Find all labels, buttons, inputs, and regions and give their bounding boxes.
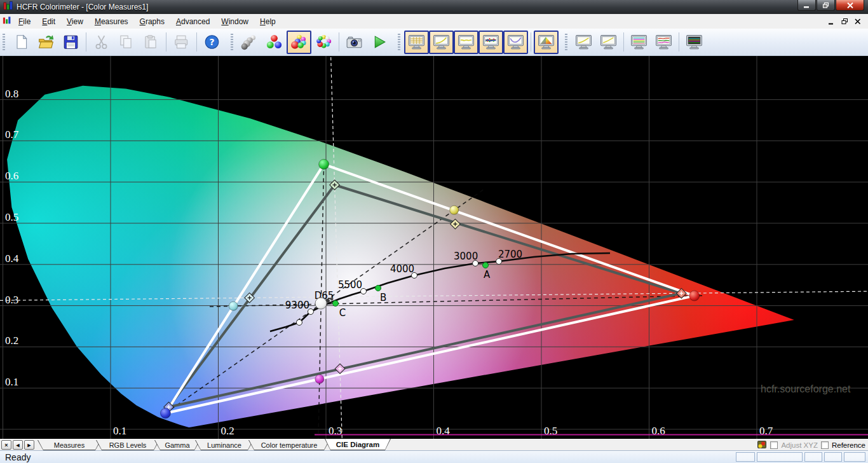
mdi-close-button[interactable] bbox=[854, 18, 862, 25]
luminance-curve-monitor-icon bbox=[507, 34, 524, 50]
run-measures-button[interactable] bbox=[367, 31, 391, 54]
menu-measures[interactable]: Measures bbox=[89, 15, 134, 28]
print-button[interactable] bbox=[169, 31, 194, 54]
svg-text:0.2: 0.2 bbox=[221, 425, 234, 437]
toolbar-separator bbox=[339, 32, 339, 52]
color-temperature-view-button[interactable] bbox=[651, 31, 676, 54]
gamma-curve-monitor-icon bbox=[433, 34, 450, 50]
copy-button[interactable] bbox=[114, 31, 139, 54]
toolbar-separator bbox=[531, 32, 531, 52]
color-tracking-view-button[interactable] bbox=[478, 31, 503, 54]
document-icon bbox=[3, 16, 11, 27]
grayscale-balls-icon bbox=[241, 34, 258, 50]
toolbar-separator bbox=[623, 32, 624, 52]
saturations-measure-button[interactable] bbox=[311, 31, 336, 54]
svg-text:0.1: 0.1 bbox=[5, 376, 18, 388]
saturations-balls-icon bbox=[315, 34, 332, 50]
color-temperature-monitor-icon bbox=[655, 34, 672, 50]
adjust-xyz-label: Adjust XYZ bbox=[781, 441, 818, 449]
snapshot-button[interactable] bbox=[342, 31, 367, 54]
status-panel bbox=[736, 452, 755, 462]
toolbar-grip[interactable] bbox=[565, 34, 567, 50]
tab-gamma[interactable]: Gamma bbox=[154, 440, 200, 450]
secondaries-measure-button[interactable] bbox=[287, 31, 311, 54]
help-icon: ? bbox=[203, 34, 220, 50]
adjust-xyz-checkbox[interactable] bbox=[770, 441, 778, 449]
next-tab-button[interactable]: ► bbox=[24, 440, 34, 450]
tab-measures[interactable]: Measures bbox=[37, 440, 101, 450]
near-black-view-button[interactable] bbox=[682, 31, 707, 54]
toolbar-separator bbox=[86, 32, 86, 52]
cie-chromaticity-chart: 0.10.20.30.40.50.60.70.10.20.30.40.50.60… bbox=[0, 56, 868, 439]
paste-icon bbox=[142, 34, 159, 50]
status-panel bbox=[844, 452, 865, 462]
menu-edit[interactable]: Edit bbox=[36, 15, 61, 28]
status-bar: Ready bbox=[0, 450, 868, 463]
reference-label: Reference bbox=[832, 441, 865, 449]
menu-view[interactable]: View bbox=[61, 15, 89, 28]
cie-diagram-view-button[interactable] bbox=[534, 31, 559, 54]
run-measure-play-icon bbox=[370, 34, 388, 50]
mdi-restore-button[interactable] bbox=[841, 18, 848, 25]
tab-rgb-levels[interactable]: RGB Levels bbox=[96, 440, 159, 450]
save-icon bbox=[62, 34, 79, 50]
cie-diagram-monitor-icon bbox=[538, 34, 555, 50]
tab-cie-diagram[interactable]: CIE Diagram bbox=[325, 439, 391, 450]
status-panel bbox=[757, 452, 803, 462]
color-levels-view-button[interactable] bbox=[627, 31, 651, 54]
status-panels bbox=[736, 452, 866, 462]
sensor-icon bbox=[757, 440, 767, 450]
prev-tab-button[interactable]: ◄ bbox=[13, 440, 23, 450]
measures-toolbar bbox=[229, 29, 391, 55]
rgb-levels-monitor-icon bbox=[458, 34, 475, 50]
svg-text:hcfr.sourceforge.net: hcfr.sourceforge.net bbox=[761, 384, 851, 394]
toolbar-separator bbox=[679, 32, 679, 52]
svg-text:0.8: 0.8 bbox=[5, 88, 18, 100]
new-button[interactable] bbox=[9, 31, 34, 54]
rgb-levels-view-button[interactable] bbox=[454, 31, 478, 54]
gamma2-view-button[interactable] bbox=[571, 31, 596, 54]
reference-checkbox[interactable] bbox=[821, 441, 829, 449]
save-button[interactable] bbox=[58, 31, 83, 54]
minimize-button[interactable] bbox=[797, 0, 816, 11]
main-toolbar: ? bbox=[0, 29, 868, 56]
help-button[interactable]: ? bbox=[200, 31, 224, 54]
paste-button[interactable] bbox=[139, 31, 163, 54]
tab-color-temperature[interactable]: Color temperature bbox=[248, 440, 330, 450]
contrast-view-button[interactable] bbox=[596, 31, 621, 54]
gamma-view-button[interactable] bbox=[429, 31, 454, 54]
svg-text:2700: 2700 bbox=[498, 249, 522, 260]
open-folder-icon bbox=[37, 34, 55, 50]
menu-window[interactable]: Window bbox=[215, 15, 254, 28]
view-tab-bar: × ◄ ► Measures RGB Levels Gamma Luminanc… bbox=[0, 439, 868, 450]
svg-text:C: C bbox=[339, 307, 346, 319]
restore-button[interactable] bbox=[817, 0, 835, 11]
title-bar: HCFR Colorimeter - [Color Measures1] bbox=[0, 0, 868, 14]
grayscale-measure-button[interactable] bbox=[237, 31, 262, 54]
svg-text:0.3: 0.3 bbox=[5, 294, 18, 306]
svg-text:A: A bbox=[484, 269, 491, 280]
view-tabs: Measures RGB Levels Gamma Luminance Colo… bbox=[37, 439, 386, 450]
svg-text:0.2: 0.2 bbox=[5, 335, 18, 347]
measures-table-view-button[interactable] bbox=[404, 31, 429, 54]
new-file-icon bbox=[13, 34, 30, 50]
cut-button[interactable] bbox=[89, 31, 114, 54]
toolbar-grip[interactable] bbox=[398, 34, 400, 50]
menu-advanced[interactable]: Advanced bbox=[170, 15, 215, 28]
svg-text:0.5: 0.5 bbox=[5, 211, 18, 223]
print-icon bbox=[173, 34, 190, 50]
toolbar-grip[interactable] bbox=[3, 34, 5, 50]
menu-help[interactable]: Help bbox=[254, 15, 281, 28]
app-icon bbox=[3, 1, 13, 13]
close-button[interactable] bbox=[836, 0, 864, 11]
primaries-measure-button[interactable] bbox=[262, 31, 287, 54]
menu-file[interactable]: File bbox=[13, 15, 36, 28]
luminance-view-button[interactable] bbox=[503, 31, 528, 54]
mdi-minimize-button[interactable] bbox=[827, 18, 835, 25]
secondaries-balls-icon bbox=[290, 34, 308, 50]
close-view-button[interactable]: × bbox=[1, 440, 11, 450]
toolbar-grip[interactable] bbox=[231, 34, 233, 50]
tab-luminance[interactable]: Luminance bbox=[195, 440, 254, 450]
open-button[interactable] bbox=[34, 31, 58, 54]
menu-graphs[interactable]: Graphs bbox=[134, 15, 170, 28]
